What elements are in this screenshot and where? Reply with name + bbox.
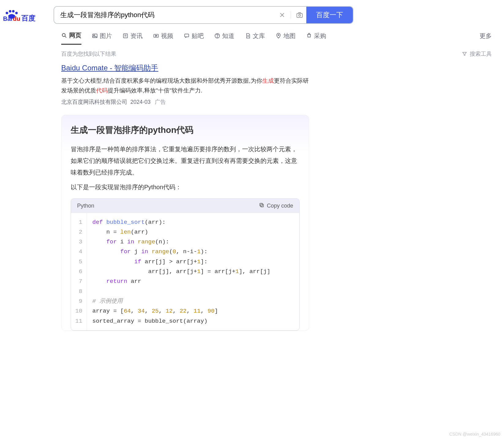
question-icon: [214, 33, 220, 39]
search-bar: 百度一下: [54, 6, 353, 24]
tabs: 网页图片资讯视频贴吧知道文库地图采购更多: [0, 27, 504, 45]
tab-cart[interactable]: 采购: [306, 32, 326, 44]
svg-marker-19: [155, 35, 157, 37]
result-hint: 百度为您找到以下结果: [61, 50, 116, 58]
copy-code-button[interactable]: Copy code: [259, 202, 293, 209]
answer-card: 生成一段冒泡排序的python代码 冒泡排序是一种简单的排序算法，它重复地遍历要…: [61, 115, 309, 331]
search-tools-button[interactable]: 搜索工具: [462, 50, 492, 58]
tab-image[interactable]: 图片: [92, 32, 112, 44]
tab-search[interactable]: 网页: [61, 31, 81, 45]
meta-row: 百度为您找到以下结果 搜索工具: [0, 45, 504, 63]
tieba-icon: [184, 33, 190, 39]
doc-icon: [245, 33, 251, 39]
code-block: Python Copy code 1234567891011 def bubbl…: [71, 198, 300, 331]
tab-label: 贴吧: [192, 32, 204, 40]
code-line: sorted_array = bubble_sort(array): [92, 316, 294, 326]
svg-text:du: du: [13, 15, 20, 21]
svg-point-22: [217, 37, 217, 37]
code-line: def bubble_sort(arr):: [92, 217, 294, 227]
search-icon: [61, 32, 67, 39]
ad-result: Baidu Comate - 智能编码助手 基于文心大模型,结合百度积累多年的编…: [61, 63, 309, 106]
tab-map[interactable]: 地图: [275, 32, 296, 44]
code-lang-label: Python: [77, 203, 94, 209]
svg-rect-26: [261, 204, 263, 207]
code-line: array = [64, 34, 25, 12, 22, 11, 90]: [92, 306, 294, 316]
filter-icon: [462, 51, 468, 57]
code-line: arr[j], arr[j+1] = arr[j+1], arr[j]: [92, 267, 294, 276]
search-tools-label: 搜索工具: [470, 50, 492, 58]
svg-rect-9: [297, 13, 302, 17]
ad-title-link[interactable]: Baidu Comate - 智能编码助手: [61, 63, 158, 73]
svg-point-11: [62, 33, 65, 36]
tab-label: 地图: [283, 32, 296, 40]
svg-rect-20: [185, 34, 189, 37]
code-line: # 示例使用: [92, 296, 294, 306]
tab-label: 文库: [253, 32, 265, 40]
divider: [291, 11, 291, 19]
line-numbers: 1234567891011: [71, 213, 87, 330]
tab-label: 采购: [314, 32, 326, 40]
code-body: 1234567891011 def bubble_sort(arr): n = …: [71, 213, 299, 330]
code-lines: def bubble_sort(arr): n = len(arr) for i…: [87, 213, 299, 330]
header: Bai du 百度 百度一下: [0, 0, 504, 27]
code-line: return arr: [92, 276, 294, 286]
cart-icon: [306, 33, 312, 39]
video-icon: [153, 33, 159, 39]
answer-title: 生成一段冒泡排序的python代码: [71, 124, 300, 136]
svg-point-1: [9, 10, 11, 13]
camera-icon[interactable]: [296, 11, 303, 19]
answer-paragraph: 冒泡排序是一种简单的排序算法，它重复地遍历要排序的数列，一次比较两个元素，如果它…: [71, 143, 300, 178]
svg-line-12: [65, 36, 66, 37]
answer-paragraph: 以下是一段实现冒泡排序的Python代码：: [71, 181, 300, 193]
code-header: Python Copy code: [71, 199, 299, 213]
map-icon: [275, 33, 282, 39]
svg-point-3: [15, 12, 18, 14]
svg-rect-27: [260, 203, 263, 206]
tab-news[interactable]: 资讯: [122, 32, 143, 44]
news-icon: [122, 33, 129, 39]
tab-more[interactable]: 更多: [480, 32, 492, 44]
tab-label: 网页: [69, 31, 81, 39]
code-line: for j in range(0, n-i-1):: [92, 247, 294, 257]
tab-question[interactable]: 知道: [214, 32, 234, 44]
tab-label: 视频: [161, 32, 173, 40]
code-line: if arr[j] > arr[j+1]:: [92, 257, 294, 267]
copy-code-label: Copy code: [267, 203, 293, 209]
code-line: for i in range(n):: [92, 237, 294, 247]
svg-point-0: [6, 12, 8, 14]
baidu-logo[interactable]: Bai du 百度: [3, 7, 49, 23]
svg-point-10: [299, 14, 301, 16]
content: Baidu Comate - 智能编码助手 基于文心大模型,结合百度积累多年的编…: [0, 63, 321, 331]
tab-label: 图片: [100, 32, 112, 40]
ad-meta: 北京百度网讯科技有限公司 2024-03广告: [61, 98, 309, 106]
svg-text:Bai: Bai: [3, 15, 13, 21]
tab-doc[interactable]: 文库: [245, 32, 265, 44]
ad-description: 基于文心大模型,结合百度积累多年的编程现场大数据和外部优秀开源数据,为你生成更符…: [61, 76, 309, 96]
copy-icon: [259, 202, 264, 209]
code-line: [92, 287, 294, 296]
svg-point-25: [278, 35, 279, 36]
tab-label: 资讯: [130, 32, 143, 40]
search-button[interactable]: 百度一下: [306, 7, 353, 23]
tab-label: 知道: [222, 32, 234, 40]
image-icon: [92, 33, 98, 39]
tab-video[interactable]: 视频: [153, 32, 173, 44]
clear-icon[interactable]: [278, 11, 286, 19]
svg-point-2: [12, 10, 14, 13]
tab-tieba[interactable]: 贴吧: [184, 32, 204, 44]
search-input[interactable]: [54, 7, 275, 23]
code-line: n = len(arr): [92, 227, 294, 237]
svg-text:百度: 百度: [21, 14, 35, 21]
